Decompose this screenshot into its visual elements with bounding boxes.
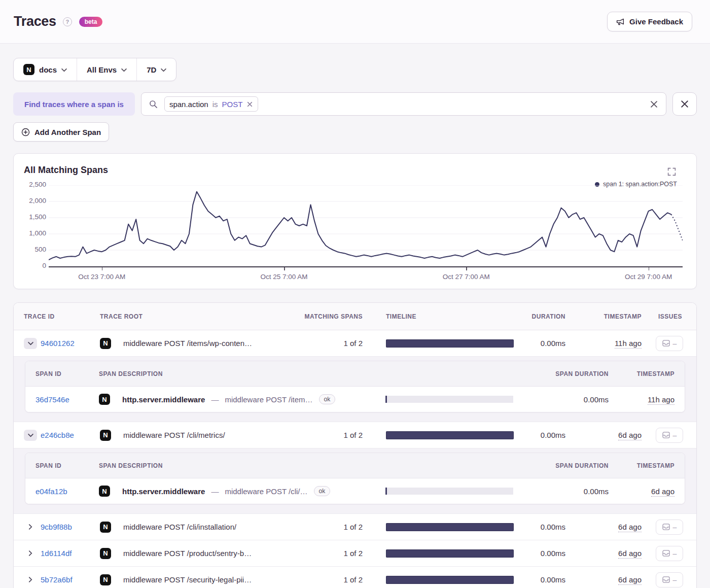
give-feedback-button[interactable]: Give Feedback	[607, 12, 692, 31]
matching-spans-count: 1 of 2	[297, 549, 363, 558]
issues-inbox-icon	[662, 550, 670, 557]
matching-spans-count: 1 of 2	[297, 431, 363, 439]
chart-plot-svg	[49, 185, 683, 266]
timeline-bar	[386, 549, 514, 558]
trace-duration: 0.00ms	[515, 523, 565, 531]
trace-id-link[interactable]: e246cb8e	[41, 431, 74, 439]
y-tick-label: 1,500	[16, 213, 46, 221]
span-id-link[interactable]: 36d7546e	[36, 395, 69, 404]
add-another-span-label: Add Another Span	[34, 128, 101, 136]
nextjs-icon: N	[99, 394, 110, 405]
trace-timestamp[interactable]: 6d ago	[618, 523, 642, 532]
search-icon	[149, 100, 158, 109]
span-search-input[interactable]: span.action is POST	[141, 92, 666, 116]
chevron-right-icon	[28, 550, 32, 556]
issues-count-dash: –	[673, 576, 677, 584]
megaphone-icon	[616, 17, 625, 26]
trace-root-text: middleware POST /cli/metrics/	[123, 431, 225, 439]
span-status-badge: ok	[314, 486, 331, 496]
trace-root-text: middleware POST /security-legal-pii…	[123, 575, 252, 584]
trace-id-link[interactable]: 94601262	[41, 339, 75, 348]
trace-row: 5b72a6bf N middleware POST /security-leg…	[14, 567, 696, 588]
span-row: e04fa12b N http.server.middleware — midd…	[25, 478, 685, 504]
y-tick-label: 2,000	[16, 197, 46, 204]
trace-duration: 0.00ms	[515, 339, 565, 348]
environment-filter-label: All Envs	[87, 65, 117, 74]
issues-button[interactable]: –	[656, 336, 683, 351]
add-another-span-button[interactable]: Add Another Span	[13, 122, 109, 142]
help-icon[interactable]: ?	[63, 17, 72, 26]
issues-button[interactable]: –	[656, 428, 683, 443]
trace-id-link[interactable]: 9cb9f88b	[41, 523, 72, 531]
trace-timestamp[interactable]: 6d ago	[618, 431, 642, 440]
issues-count-dash: –	[673, 339, 677, 348]
project-filter[interactable]: N docs	[14, 58, 77, 81]
give-feedback-label: Give Feedback	[629, 17, 683, 26]
col-duration: DURATION	[515, 313, 565, 320]
col-trace-id: TRACE ID	[24, 313, 100, 320]
issues-button[interactable]: –	[656, 520, 683, 535]
row-expand-toggle[interactable]	[24, 574, 37, 585]
row-expand-toggle[interactable]	[24, 430, 37, 441]
nextjs-icon: N	[100, 338, 111, 349]
span-duration: 0.00ms	[514, 487, 609, 496]
span-id-link[interactable]: e04fa12b	[36, 487, 67, 496]
chevron-right-icon	[28, 524, 32, 530]
environment-filter[interactable]: All Envs	[77, 58, 136, 81]
x-tick-mark	[466, 267, 467, 270]
row-expand-toggle[interactable]	[24, 522, 37, 533]
trace-id-link[interactable]: 5b72a6bf	[41, 575, 73, 584]
find-traces-pill[interactable]: Find traces where a span is	[13, 92, 135, 116]
beta-badge: beta	[79, 17, 103, 27]
filter-token[interactable]: span.action is POST	[164, 96, 258, 112]
y-tick-label: 2,500	[16, 181, 46, 188]
remove-query-button[interactable]	[672, 92, 697, 116]
x-axis-line	[49, 266, 683, 267]
issues-button[interactable]: –	[656, 572, 683, 587]
token-value: POST	[222, 100, 243, 109]
search-clear-button[interactable]	[650, 100, 658, 109]
row-expand-toggle[interactable]	[24, 338, 37, 349]
trace-timestamp[interactable]: 6d ago	[618, 549, 642, 559]
span-table-header: SPAN ID SPAN DESCRIPTION SPAN DURATION T…	[25, 361, 685, 387]
issues-inbox-icon	[662, 524, 670, 530]
issues-inbox-icon	[662, 576, 670, 583]
traces-table: TRACE ID TRACE ROOT MATCHING SPANS TIMEL…	[13, 302, 697, 588]
trace-row: 94601262 N middleware POST /items/wp-con…	[14, 330, 696, 357]
nextjs-icon: N	[100, 548, 111, 559]
x-tick-label: Oct 29 7:00 AM	[606, 273, 692, 281]
fullscreen-icon	[667, 167, 676, 176]
date-range-filter[interactable]: 7D	[136, 58, 176, 81]
span-timestamp[interactable]: 11h ago	[648, 395, 674, 405]
expand-chart-button[interactable]	[667, 167, 676, 176]
trace-root-text: middleware POST /cli/installation/	[123, 523, 236, 531]
matching-spans-count: 1 of 2	[297, 339, 363, 348]
trace-rows: 94601262 N middleware POST /items/wp-con…	[14, 330, 696, 588]
chevron-down-icon	[61, 68, 67, 72]
span-query-row: Find traces where a span is span.action …	[13, 92, 697, 116]
trace-row: 9cb9f88b N middleware POST /cli/installa…	[14, 514, 696, 540]
token-remove-button[interactable]	[246, 101, 253, 107]
trace-timestamp[interactable]: 11h ago	[615, 339, 642, 349]
col-issues: ISSUES	[642, 313, 686, 320]
row-expand-toggle[interactable]	[24, 548, 37, 559]
date-range-filter-label: 7D	[147, 65, 156, 74]
trace-id-link[interactable]: 1d6114df	[41, 549, 72, 558]
trace-row: e246cb8e N middleware POST /cli/metrics/…	[14, 422, 696, 448]
span-duration: 0.00ms	[514, 395, 609, 404]
issues-inbox-icon	[662, 340, 670, 347]
issues-count-dash: –	[673, 523, 677, 531]
close-icon	[680, 99, 689, 109]
span-row: 36d7546e N http.server.middleware — midd…	[25, 387, 685, 412]
timeline-bar	[386, 339, 514, 348]
chevron-down-icon	[28, 341, 33, 345]
span-timestamp[interactable]: 6d ago	[651, 487, 674, 497]
trace-timestamp[interactable]: 6d ago	[618, 575, 642, 585]
x-tick-label: Oct 25 7:00 AM	[241, 273, 327, 281]
span-table-header: SPAN ID SPAN DESCRIPTION SPAN DURATION T…	[25, 453, 685, 478]
issues-button[interactable]: –	[656, 546, 683, 561]
x-tick-mark	[102, 267, 103, 270]
traces-table-header: TRACE ID TRACE ROOT MATCHING SPANS TIMEL…	[14, 303, 696, 330]
x-tick-mark	[284, 267, 285, 270]
token-operator: is	[212, 100, 218, 109]
